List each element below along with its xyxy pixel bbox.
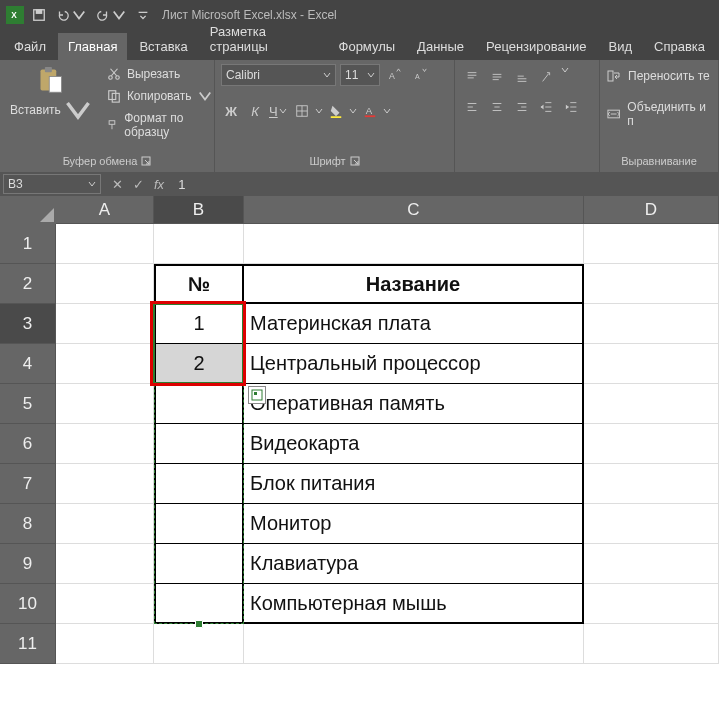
clipboard-launcher-icon[interactable] bbox=[141, 156, 151, 166]
row-header[interactable]: 4 bbox=[0, 344, 56, 384]
cell[interactable]: Монитор bbox=[244, 504, 584, 544]
cell[interactable] bbox=[584, 544, 719, 584]
align-middle-button[interactable] bbox=[486, 66, 508, 88]
save-button[interactable] bbox=[32, 8, 46, 22]
select-all-button[interactable] bbox=[0, 196, 56, 224]
underline-button[interactable]: Ч bbox=[269, 104, 289, 119]
italic-button[interactable]: К bbox=[245, 104, 265, 119]
borders-button[interactable] bbox=[291, 100, 313, 122]
row-headers[interactable]: 1234567891011 bbox=[0, 224, 56, 664]
column-headers[interactable]: ABCD bbox=[56, 196, 719, 224]
format-painter-button[interactable]: Формат по образцу bbox=[103, 110, 216, 140]
cell[interactable]: № bbox=[154, 264, 244, 304]
orientation-button[interactable] bbox=[536, 66, 558, 88]
cell[interactable] bbox=[56, 344, 154, 384]
qat-customize-button[interactable] bbox=[136, 8, 150, 22]
cell[interactable]: Оперативная память bbox=[244, 384, 584, 424]
font-launcher-icon[interactable] bbox=[350, 156, 360, 166]
align-center-button[interactable] bbox=[486, 96, 508, 118]
cut-button[interactable]: Вырезать bbox=[103, 66, 216, 82]
cell[interactable]: Клавиатура bbox=[244, 544, 584, 584]
column-header[interactable]: B bbox=[154, 196, 244, 224]
row-header[interactable]: 10 bbox=[0, 584, 56, 624]
row-header[interactable]: 8 bbox=[0, 504, 56, 544]
cell[interactable] bbox=[244, 624, 584, 664]
cell[interactable] bbox=[584, 504, 719, 544]
cell[interactable] bbox=[56, 424, 154, 464]
font-name-combo[interactable]: Calibri bbox=[221, 64, 336, 86]
cell[interactable] bbox=[584, 384, 719, 424]
decrease-indent-button[interactable] bbox=[536, 96, 558, 118]
wrap-text-button[interactable]: Переносить те bbox=[606, 66, 712, 86]
row-header[interactable]: 1 bbox=[0, 224, 56, 264]
align-bottom-button[interactable] bbox=[511, 66, 533, 88]
font-color-button[interactable]: A bbox=[359, 100, 381, 122]
cell[interactable] bbox=[154, 464, 244, 504]
cell[interactable] bbox=[154, 624, 244, 664]
increase-font-button[interactable]: A bbox=[384, 64, 406, 86]
cell[interactable] bbox=[584, 464, 719, 504]
column-header[interactable]: D bbox=[584, 196, 719, 224]
row-header[interactable]: 7 bbox=[0, 464, 56, 504]
cell[interactable]: 2 bbox=[154, 344, 244, 384]
cell[interactable]: Блок питания bbox=[244, 464, 584, 504]
column-header[interactable]: C bbox=[244, 196, 584, 224]
cell[interactable] bbox=[154, 504, 244, 544]
copy-button[interactable]: Копировать bbox=[103, 88, 216, 104]
accept-formula-button[interactable]: ✓ bbox=[133, 177, 144, 192]
cell[interactable] bbox=[56, 304, 154, 344]
align-right-button[interactable] bbox=[511, 96, 533, 118]
menu-tab-данные[interactable]: Данные bbox=[407, 33, 474, 60]
cell[interactable] bbox=[154, 224, 244, 264]
menu-tab-файл[interactable]: Файл bbox=[4, 33, 56, 60]
cell[interactable] bbox=[56, 384, 154, 424]
cell[interactable] bbox=[154, 544, 244, 584]
row-header[interactable]: 11 bbox=[0, 624, 56, 664]
cancel-formula-button[interactable]: ✕ bbox=[112, 177, 123, 192]
menu-tab-справка[interactable]: Справка bbox=[644, 33, 715, 60]
cell[interactable]: Материнская плата bbox=[244, 304, 584, 344]
row-header[interactable]: 3 bbox=[0, 304, 56, 344]
redo-button[interactable] bbox=[96, 8, 126, 22]
formula-bar[interactable]: 1 bbox=[172, 177, 719, 192]
cell[interactable]: Название bbox=[244, 264, 584, 304]
increase-indent-button[interactable] bbox=[561, 96, 583, 118]
cell[interactable] bbox=[56, 264, 154, 304]
paste-button[interactable]: Вставить bbox=[6, 64, 97, 152]
row-header[interactable]: 2 bbox=[0, 264, 56, 304]
cell[interactable]: Центральный процессор bbox=[244, 344, 584, 384]
column-header[interactable]: A bbox=[56, 196, 154, 224]
cell[interactable] bbox=[56, 624, 154, 664]
row-header[interactable]: 5 bbox=[0, 384, 56, 424]
cell[interactable] bbox=[584, 304, 719, 344]
cell[interactable] bbox=[584, 224, 719, 264]
menu-tab-вид[interactable]: Вид bbox=[598, 33, 642, 60]
align-left-button[interactable] bbox=[461, 96, 483, 118]
cell[interactable] bbox=[154, 424, 244, 464]
menu-tab-формулы[interactable]: Формулы bbox=[329, 33, 406, 60]
menu-tab-рецензирование[interactable]: Рецензирование bbox=[476, 33, 596, 60]
decrease-font-button[interactable]: A bbox=[410, 64, 432, 86]
menu-tab-разметка страницы[interactable]: Разметка страницы bbox=[200, 18, 327, 60]
bold-button[interactable]: Ж bbox=[221, 104, 241, 119]
align-top-button[interactable] bbox=[461, 66, 483, 88]
cell[interactable]: Видеокарта bbox=[244, 424, 584, 464]
menu-tab-вставка[interactable]: Вставка bbox=[129, 33, 197, 60]
cell[interactable] bbox=[584, 624, 719, 664]
cell[interactable] bbox=[154, 584, 244, 624]
fill-color-button[interactable] bbox=[325, 100, 347, 122]
row-header[interactable]: 6 bbox=[0, 424, 56, 464]
merge-cells-button[interactable]: Объединить и п bbox=[606, 98, 712, 130]
cell[interactable] bbox=[584, 424, 719, 464]
autofill-options-button[interactable] bbox=[248, 386, 266, 404]
font-size-combo[interactable]: 11 bbox=[340, 64, 380, 86]
cell[interactable] bbox=[56, 504, 154, 544]
fx-button[interactable]: fx bbox=[154, 177, 164, 192]
row-header[interactable]: 9 bbox=[0, 544, 56, 584]
cell[interactable] bbox=[56, 544, 154, 584]
name-box[interactable]: B3 bbox=[3, 174, 101, 194]
undo-button[interactable] bbox=[56, 8, 86, 22]
cell[interactable] bbox=[56, 584, 154, 624]
cell[interactable] bbox=[584, 584, 719, 624]
cell[interactable]: 1 bbox=[154, 304, 244, 344]
